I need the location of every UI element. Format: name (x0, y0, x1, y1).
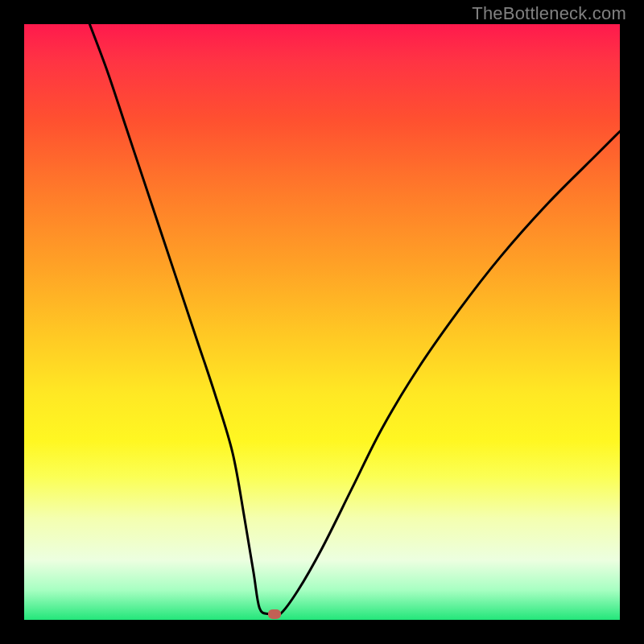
chart-plot-area (24, 24, 620, 620)
watermark-text: TheBottleneck.com (472, 3, 626, 24)
bottleneck-curve (24, 24, 620, 620)
minimum-marker (268, 609, 281, 619)
